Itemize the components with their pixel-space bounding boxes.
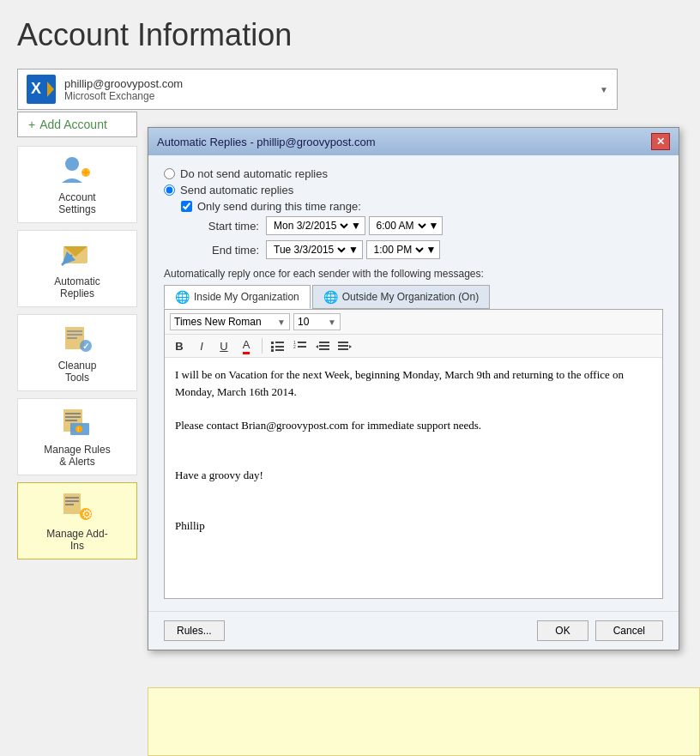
automatic-replies-dialog: Automatic Replies - phillip@groovypost.c… (148, 127, 679, 650)
account-dropdown[interactable]: X phillip@groovypost.com Microsoft Excha… (17, 69, 618, 110)
font-toolbar: Times New Roman ▼ 10 ▼ (165, 310, 662, 335)
checkbox-time-range[interactable] (181, 201, 192, 212)
svg-rect-9 (67, 330, 82, 332)
tab-outside-org-label: Outside My Organization (On) (342, 291, 479, 303)
tab-outside-org[interactable]: 🌐 Outside My Organization (On) (312, 285, 490, 309)
checkbox-time-range-label: Only send during this time range: (197, 200, 361, 213)
font-size-arrow: ▼ (328, 318, 336, 327)
checkbox-time-range-row: Only send during this time range: (181, 200, 663, 213)
end-hour-arrow: ▼ (426, 244, 437, 256)
font-name-select[interactable]: Times New Roman ▼ (170, 313, 290, 330)
dialog-body: Do not send automatic replies Send autom… (148, 155, 679, 611)
message-text-area[interactable]: I will be on Vacation for the next Week,… (165, 358, 662, 598)
radio-no-auto[interactable] (164, 168, 175, 179)
svg-rect-37 (319, 342, 329, 343)
end-time-row: End time: Tue 3/3/2015 ▼ 1:00 PM ▼ (195, 240, 663, 259)
add-account-button[interactable]: + Add Account (17, 112, 137, 137)
svg-rect-34 (298, 342, 306, 343)
svg-marker-40 (316, 345, 318, 348)
sidebar-item-manage-rules[interactable]: ! Manage Rules& Alerts (17, 398, 137, 475)
svg-text:!: ! (77, 426, 79, 433)
account-email: phillip@groovypost.com (64, 77, 600, 90)
start-date-dropdown[interactable]: Mon 3/2/2015 (270, 219, 351, 233)
manage-rules-icon: ! (60, 406, 94, 440)
end-hour-dropdown[interactable]: 1:00 PM (371, 243, 426, 257)
sidebar: + Add Account AccountSettings (17, 112, 154, 566)
dialog-title: Automatic Replies - phillip@groovypost.c… (157, 136, 376, 148)
outside-org-icon: 🌐 (323, 290, 338, 304)
radio-no-auto-label: Do not send automatic replies (180, 167, 328, 180)
underline-button[interactable]: U (214, 337, 233, 354)
plus-icon: + (28, 118, 35, 131)
svg-text:X: X (31, 80, 41, 97)
radio-send-auto-row: Send automatic replies (164, 184, 663, 197)
sidebar-item-automatic-replies[interactable]: AutomaticReplies (17, 230, 137, 307)
svg-text:✓: ✓ (82, 342, 89, 351)
svg-rect-29 (271, 346, 274, 348)
font-color-icon: A (243, 338, 250, 354)
svg-rect-24 (65, 504, 74, 505)
start-date-select[interactable]: Mon 3/2/2015 ▼ (266, 216, 365, 235)
end-date-dropdown[interactable]: Tue 3/3/2015 (270, 243, 348, 257)
account-info: phillip@groovypost.com Microsoft Exchang… (64, 77, 600, 102)
tab-inside-org[interactable]: 🌐 Inside My Organization (164, 285, 311, 309)
svg-rect-39 (319, 348, 329, 350)
svg-rect-17 (65, 420, 77, 421)
svg-rect-38 (319, 345, 329, 347)
svg-point-3 (65, 157, 79, 171)
indent-increase-button[interactable] (335, 337, 354, 354)
svg-rect-27 (271, 342, 274, 344)
auto-reply-note: Automatically reply once for each sender… (164, 268, 663, 280)
start-hour-arrow: ▼ (429, 220, 439, 232)
toolbar-separator-1 (262, 338, 262, 354)
font-color-button[interactable]: A (237, 337, 256, 354)
start-hour-dropdown[interactable]: 6:00 AM (373, 219, 429, 233)
italic-button[interactable]: I (192, 337, 211, 354)
account-settings-icon (60, 154, 94, 188)
numbered-list-button[interactable]: 12 (291, 337, 310, 354)
svg-rect-10 (67, 334, 82, 336)
format-toolbar: B I U A 12 (165, 335, 662, 358)
bullet-list-button[interactable] (269, 337, 287, 354)
font-name-value: Times New Roman (174, 316, 262, 328)
svg-rect-23 (65, 500, 79, 502)
dialog-close-button[interactable]: ✕ (651, 133, 670, 150)
start-time-label: Start time: (195, 220, 259, 233)
rules-button[interactable]: Rules... (164, 620, 225, 641)
bold-button[interactable]: B (170, 337, 189, 354)
exchange-icon: X (27, 75, 56, 104)
end-date-select[interactable]: Tue 3/3/2015 ▼ (266, 240, 363, 259)
cancel-button[interactable]: Cancel (595, 620, 663, 641)
font-size-select[interactable]: 10 ▼ (293, 313, 341, 330)
start-hour-select[interactable]: 6:00 AM ▼ (369, 216, 444, 235)
tab-inside-org-label: Inside My Organization (194, 291, 299, 303)
svg-rect-41 (338, 342, 348, 343)
svg-rect-16 (65, 416, 81, 418)
end-hour-select[interactable]: 1:00 PM ▼ (366, 240, 441, 259)
cleanup-tools-label: CleanupTools (58, 360, 97, 384)
page-background: Account Information X phillip@groovypost… (0, 0, 700, 756)
dialog-titlebar: Automatic Replies - phillip@groovypost.c… (148, 128, 679, 155)
start-date-arrow: ▼ (351, 220, 361, 232)
font-name-arrow: ▼ (277, 318, 286, 327)
svg-rect-15 (65, 413, 81, 414)
sidebar-item-manage-addins[interactable]: ⚙ Manage Add-Ins (17, 482, 137, 559)
svg-text:2: 2 (293, 344, 296, 349)
svg-marker-44 (349, 345, 352, 348)
svg-text:⚙: ⚙ (81, 507, 93, 521)
svg-rect-36 (298, 346, 306, 348)
end-date-arrow: ▼ (348, 244, 359, 256)
end-time-label: End time: (195, 244, 259, 257)
manage-addins-icon: ⚙ (60, 490, 94, 524)
ok-button[interactable]: OK (537, 620, 588, 641)
dropdown-arrow-icon: ▼ (600, 85, 608, 94)
svg-rect-28 (275, 342, 284, 343)
svg-rect-42 (338, 345, 348, 347)
reply-tabs: 🌐 Inside My Organization 🌐 Outside My Or… (164, 285, 663, 309)
sidebar-item-account-settings[interactable]: AccountSettings (17, 146, 137, 223)
indent-decrease-button[interactable] (313, 337, 332, 354)
add-account-label: Add Account (39, 118, 107, 131)
radio-send-auto[interactable] (164, 184, 175, 196)
sidebar-item-cleanup-tools[interactable]: ✓ CleanupTools (17, 314, 137, 391)
account-type: Microsoft Exchange (64, 90, 600, 102)
